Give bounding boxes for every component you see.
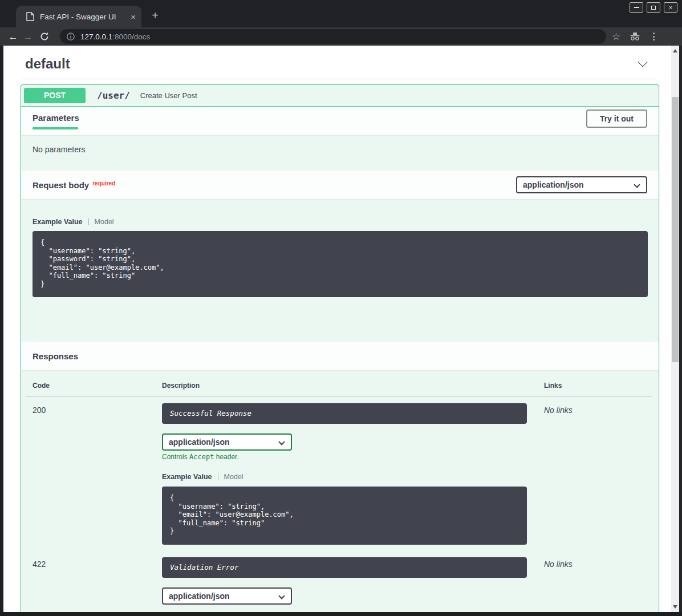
no-parameters-text: No parameters xyxy=(21,135,659,171)
swagger-ui: default POST /user/ Create User Post Par… xyxy=(3,46,671,612)
select-chevron-icon xyxy=(278,593,285,599)
back-icon[interactable]: ← xyxy=(6,32,21,42)
column-header-description: Description xyxy=(162,382,527,396)
close-button[interactable]: × xyxy=(664,2,677,13)
url-path: :8000/docs xyxy=(112,33,150,41)
tab-model[interactable]: Model xyxy=(224,473,243,481)
address-bar[interactable]: 127.0.0.1:8000/docs xyxy=(60,29,606,44)
window-edge-bottom xyxy=(0,612,682,616)
request-body-label: Request body xyxy=(33,180,89,190)
url-text: 127.0.0.1:8000/docs xyxy=(80,33,150,41)
response-code-200: 200 xyxy=(33,397,162,551)
page-viewport: default POST /user/ Create User Post Par… xyxy=(3,46,671,612)
operation-block: POST /user/ Create User Post Parameters … xyxy=(21,84,659,612)
response-422-content-type-select[interactable]: application/json xyxy=(162,587,292,605)
operation-summary[interactable]: POST /user/ Create User Post xyxy=(21,85,659,107)
reload-icon[interactable] xyxy=(40,32,49,41)
toolbar-actions: ☆ xyxy=(612,31,658,42)
tab-example-value[interactable]: Example Value xyxy=(33,218,83,226)
try-it-out-button[interactable]: Try it out xyxy=(586,110,647,128)
column-header-code: Code xyxy=(33,382,162,396)
scrollbar-thumb[interactable] xyxy=(672,97,679,362)
bookmark-star-icon[interactable]: ☆ xyxy=(612,32,620,42)
window-edge-right xyxy=(679,46,682,616)
minimize-button[interactable] xyxy=(630,2,643,13)
tab-close-icon[interactable]: × xyxy=(131,13,136,21)
response-200-description: Successful Response xyxy=(162,403,527,424)
method-badge: POST xyxy=(24,88,86,103)
browser-tab[interactable]: Fast API - Swagger UI × xyxy=(16,6,141,27)
responses-title: Responses xyxy=(33,351,78,361)
tag-title: default xyxy=(25,56,70,72)
tab-separator xyxy=(88,218,89,225)
browser-window: Fast API - Swagger UI × + × ← → 127.0.0.… xyxy=(0,0,682,616)
new-tab-button[interactable]: + xyxy=(148,9,162,23)
tab-separator xyxy=(218,473,218,480)
response-200-content-type-select[interactable]: application/json xyxy=(162,433,292,451)
response-422-content-type-value: application/json xyxy=(169,591,230,601)
scroll-up-arrow-icon[interactable] xyxy=(673,49,677,52)
request-body-title: Request bodyrequired xyxy=(33,180,115,190)
tab-title: Fast API - Swagger UI xyxy=(40,13,126,21)
window-controls: × xyxy=(630,2,677,13)
forward-icon[interactable]: → xyxy=(21,32,35,42)
tab-strip: Fast API - Swagger UI × + × xyxy=(0,0,682,27)
column-header-links: Links xyxy=(527,382,647,396)
required-badge: required xyxy=(92,180,115,187)
page-scrollbar[interactable] xyxy=(671,46,679,612)
request-content-type-select[interactable]: application/json xyxy=(516,176,647,193)
site-info-icon[interactable] xyxy=(67,33,75,40)
response-422-description: Validation Error xyxy=(162,557,527,578)
select-chevron-icon xyxy=(634,181,640,188)
responses-table: Code Description Links 200 Successful Re… xyxy=(21,370,659,612)
parameters-title: Parameters xyxy=(33,113,79,129)
incognito-icon xyxy=(630,33,640,41)
maximize-button[interactable] xyxy=(647,2,660,13)
operation-path: /user/ xyxy=(97,90,130,101)
select-chevron-icon xyxy=(278,439,285,445)
request-example-tabs: Example Value Model xyxy=(33,218,647,226)
response-422-links: No links xyxy=(527,551,647,613)
tab-model[interactable]: Model xyxy=(95,218,114,226)
menu-kebab-icon[interactable] xyxy=(649,31,658,42)
note-prefix: Controls xyxy=(162,453,189,461)
parameters-header: Parameters Try it out xyxy=(21,107,659,135)
response-422-description-cell: Validation Error application/json Exampl… xyxy=(162,551,527,613)
response-200-example-tabs: Example Value Model xyxy=(162,473,527,481)
response-200-example-code[interactable]: { "username": "string", "email": "user@e… xyxy=(162,487,527,545)
note-suffix: header. xyxy=(214,453,238,461)
scroll-down-arrow-icon[interactable] xyxy=(673,605,677,609)
request-body-header: Request bodyrequired application/json xyxy=(21,171,659,199)
request-example-code[interactable]: { "username": "string", "password": "str… xyxy=(33,231,648,297)
document-icon xyxy=(26,12,34,21)
tag-section-header[interactable]: default xyxy=(22,50,657,79)
note-accept: Accept xyxy=(189,453,214,461)
request-content-type-value: application/json xyxy=(523,180,584,189)
browser-toolbar: ← → 127.0.0.1:8000/docs ☆ xyxy=(0,27,682,46)
response-200-links: No links xyxy=(527,397,647,551)
request-body-area: Example Value Model { "username": "strin… xyxy=(21,199,659,342)
tab-example-value[interactable]: Example Value xyxy=(162,473,212,481)
chevron-down-icon[interactable] xyxy=(638,58,648,67)
operation-summary-text: Create User Post xyxy=(140,91,197,100)
response-200-content-type-value: application/json xyxy=(169,437,230,447)
response-200-description-cell: Successful Response application/json Con… xyxy=(162,397,527,551)
controls-accept-note: Controls Accept header. xyxy=(162,453,527,461)
url-host: 127.0.0.1 xyxy=(80,33,112,41)
responses-header: Responses xyxy=(21,342,659,370)
response-code-422: 422 xyxy=(33,551,162,613)
responses-grid: Code Description Links 200 Successful Re… xyxy=(33,382,647,612)
